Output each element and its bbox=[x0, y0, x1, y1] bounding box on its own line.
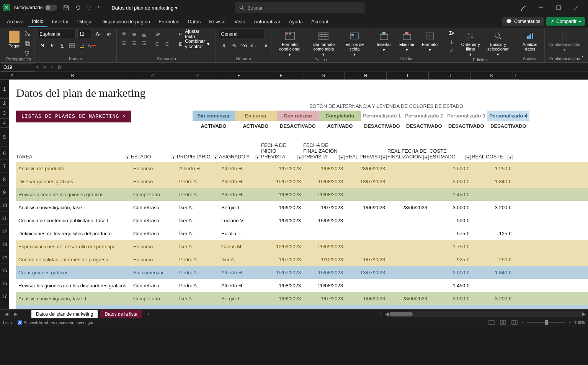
row-header[interactable]: 16 bbox=[0, 277, 9, 290]
delete-cells-button[interactable]: Eliminar ▾ bbox=[396, 30, 418, 53]
align-center-button[interactable] bbox=[130, 39, 139, 47]
sensitivity-button[interactable]: Confidencialidad ▾ bbox=[548, 30, 582, 53]
row-header[interactable]: 10 bbox=[0, 199, 9, 212]
tab-insertar[interactable]: Insertar bbox=[48, 16, 73, 27]
tab-revisar[interactable]: Revisar bbox=[205, 16, 230, 27]
table-cell[interactable]: Con retraso bbox=[131, 218, 177, 223]
table-cell[interactable]: Creación de contenido publicitario, fase… bbox=[16, 218, 131, 223]
filter-dropdown-button[interactable]: ▾ bbox=[255, 155, 260, 160]
table-cell[interactable]: Íker A. bbox=[177, 231, 219, 236]
table-row[interactable]: Análisis e investigación, fase ICon retr… bbox=[16, 201, 588, 214]
table-cell[interactable]: Luciano V. bbox=[219, 309, 261, 310]
table-cell[interactable]: 1/06/2023 bbox=[345, 296, 387, 301]
table-cell[interactable]: Con retraso bbox=[131, 231, 177, 236]
row-header[interactable]: 2 bbox=[0, 99, 9, 108]
table-cell[interactable]: 1/06/2023 bbox=[261, 205, 303, 210]
clear-button[interactable] bbox=[447, 47, 456, 54]
table-row[interactable]: Creación de contenido publicitario, fase… bbox=[16, 214, 588, 227]
sheet-tab-active[interactable]: Datos del plan de marketing bbox=[31, 310, 98, 318]
copy-button[interactable] bbox=[23, 40, 31, 47]
table-cell[interactable]: 250 € bbox=[472, 257, 514, 262]
row-header[interactable]: 14 bbox=[0, 251, 9, 264]
sheet-tab-inactive[interactable]: Datos de la lista bbox=[100, 310, 142, 318]
save-icon[interactable] bbox=[63, 5, 69, 11]
column-header[interactable]: B bbox=[15, 72, 130, 80]
table-cell[interactable]: 1.450 € bbox=[430, 192, 472, 197]
comma-button[interactable]: 000 bbox=[239, 41, 248, 50]
table-cell[interactable]: Completado bbox=[131, 296, 177, 301]
table-row[interactable]: Revisar los guiones con los diseñadores … bbox=[16, 279, 588, 292]
tab-disposicion[interactable]: Disposición de página bbox=[98, 16, 154, 27]
find-select-button[interactable]: Buscar y seleccionar ▾ bbox=[483, 30, 513, 57]
zoom-out-button[interactable]: − bbox=[522, 320, 524, 325]
table-cell[interactable]: 500 € bbox=[430, 309, 472, 310]
row-header[interactable]: 8 bbox=[0, 173, 9, 186]
table-cell[interactable]: 28/06/2023 bbox=[387, 205, 430, 210]
row-header[interactable]: 4 bbox=[0, 119, 9, 128]
fx-button[interactable]: fx bbox=[56, 64, 63, 71]
table-cell[interactable]: 15/09/2023 bbox=[303, 218, 345, 223]
table-cell[interactable]: 20/08/2023 bbox=[303, 192, 345, 197]
row-header[interactable]: 12 bbox=[0, 225, 9, 238]
row-header[interactable]: 13 bbox=[0, 238, 9, 251]
table-cell[interactable]: 1.500 € bbox=[430, 166, 472, 171]
row-header[interactable]: 6 bbox=[0, 147, 9, 160]
table-cell[interactable]: 575 € bbox=[430, 231, 472, 236]
tab-acrobat[interactable]: Acrobat bbox=[307, 16, 332, 27]
zoom-in-button[interactable]: + bbox=[568, 320, 571, 325]
table-cell[interactable]: Análisis del producto bbox=[16, 166, 131, 171]
table-cell[interactable]: Análisis e investigación, fase II bbox=[16, 296, 131, 301]
horizontal-scrollbar[interactable]: ◀ ▶ bbox=[386, 311, 585, 317]
minimize-button[interactable] bbox=[532, 0, 550, 15]
table-row[interactable]: Definiciones de los requisitos del produ… bbox=[16, 227, 588, 240]
filter-dropdown-button[interactable]: ▾ bbox=[213, 155, 218, 160]
table-row[interactable]: Especificaciones del desarrollo del prot… bbox=[16, 240, 588, 253]
table-cell[interactable]: 13/07/2023 bbox=[345, 270, 387, 275]
table-cell[interactable]: 1.750 € bbox=[430, 244, 472, 249]
row-header[interactable]: 11 bbox=[0, 212, 9, 225]
legend-status-state[interactable]: DESACTIVADO bbox=[445, 121, 487, 131]
undo-icon[interactable] bbox=[75, 5, 81, 11]
table-cell[interactable]: 3.000 € bbox=[430, 205, 472, 210]
font-color-button[interactable]: A bbox=[87, 41, 96, 50]
table-cell[interactable]: 1/07/2023 bbox=[261, 166, 303, 171]
bold-button[interactable]: N bbox=[38, 41, 47, 50]
table-cell[interactable]: En curso bbox=[131, 244, 177, 249]
column-header[interactable]: E bbox=[218, 72, 260, 80]
table-cell[interactable]: 15/07/2023 bbox=[261, 179, 303, 184]
table-cell[interactable]: Íker A. bbox=[177, 244, 219, 249]
page-layout-view-button[interactable] bbox=[499, 319, 507, 326]
table-cell[interactable]: 1/08/2023 bbox=[261, 283, 303, 288]
table-cell[interactable]: 28/06/2023 bbox=[387, 296, 430, 301]
table-cell[interactable]: Luciano V. bbox=[219, 218, 261, 223]
autosave-toggle[interactable]: Autoguardado bbox=[14, 5, 57, 11]
table-cell[interactable]: Íker A. bbox=[177, 218, 219, 223]
number-format-select[interactable] bbox=[219, 30, 265, 38]
conditional-format-button[interactable]: Formato condicional ▾ bbox=[274, 30, 305, 57]
table-cell[interactable]: Diseñar guiones gráficos bbox=[16, 179, 131, 184]
table-cell[interactable]: Alberto H. bbox=[219, 283, 261, 288]
table-cell[interactable]: Especificaciones del desarrollo del prot… bbox=[16, 244, 131, 249]
table-cell[interactable]: 1/07/2023 bbox=[345, 257, 387, 262]
decrease-decimal-button[interactable]: →.0 bbox=[259, 41, 268, 50]
horizontal-scroll-thumb[interactable] bbox=[390, 312, 413, 316]
legend-status-state[interactable]: DESACTIVADO bbox=[487, 121, 529, 131]
table-cell[interactable]: Pedro A. bbox=[177, 270, 219, 275]
column-header[interactable]: D bbox=[176, 72, 218, 80]
table-cell[interactable]: Creación de contenido publicitario, fase… bbox=[16, 309, 131, 310]
table-cell[interactable]: 15/08/2023 bbox=[303, 270, 345, 275]
accept-formula-button[interactable]: ✓ bbox=[49, 64, 56, 71]
table-cell[interactable]: Alberto H. bbox=[219, 166, 261, 171]
legend-status-head[interactable]: Con retraso bbox=[277, 111, 319, 121]
table-cell[interactable]: 1/06/2023 bbox=[345, 205, 387, 210]
wrap-text-button[interactable]: ↩Ajustar texto bbox=[176, 30, 212, 38]
listas-planes-button[interactable]: LISTAS DE PLANES DE MARKETING > bbox=[16, 111, 131, 122]
filter-dropdown-button[interactable]: ▾ bbox=[423, 155, 429, 160]
align-middle-button[interactable] bbox=[130, 30, 139, 38]
table-cell[interactable]: Sin comenzar bbox=[131, 309, 177, 310]
cell-styles-button[interactable]: Estilos de celda ▾ bbox=[343, 30, 367, 57]
merge-center-button[interactable]: ⊞Combinar y centrar ▾ bbox=[176, 40, 212, 48]
decrease-font-button[interactable]: A▾ bbox=[104, 30, 113, 38]
table-cell[interactable]: 1.450 € bbox=[430, 283, 472, 288]
legend-status-state[interactable]: DESACTIVADO bbox=[361, 121, 403, 131]
